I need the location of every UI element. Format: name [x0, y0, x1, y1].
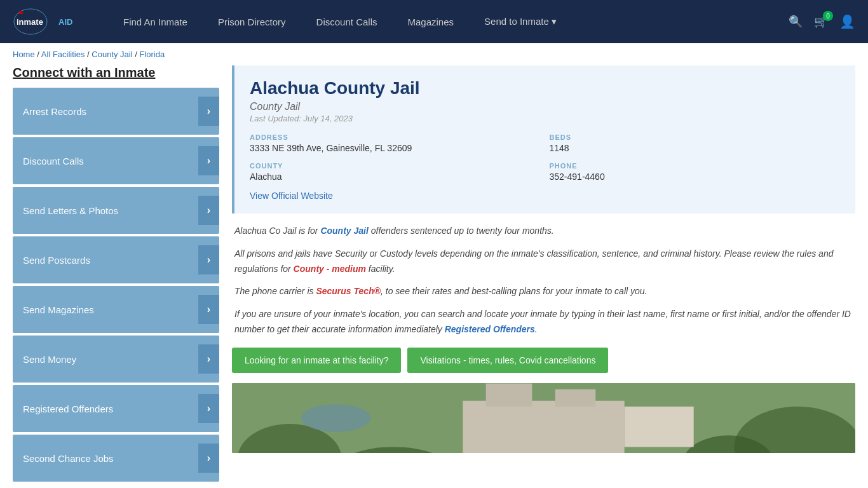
arrow-icon: › [198, 344, 219, 374]
county-medium-link[interactable]: County - medium [294, 264, 366, 274]
sidebar-item-arrest-records[interactable]: Arrest Records › [13, 88, 219, 135]
website-link[interactable]: View Official Website [250, 191, 333, 201]
desc-p3: The phone carrier is Securus Tech®, to s… [234, 284, 853, 299]
facility-type: County Jail [250, 101, 840, 112]
nav-send-to-inmate[interactable]: Send to Inmate ▾ [469, 0, 572, 43]
sidebar-label: Second Chance Jobs [23, 453, 114, 464]
arrow-icon: › [198, 394, 219, 423]
facility-updated: Last Updated: July 14, 2023 [250, 114, 840, 123]
breadcrumb-all-facilities[interactable]: All Facilities [41, 50, 85, 59]
breadcrumb-state[interactable]: Florida [139, 50, 165, 59]
svg-rect-13 [625, 407, 694, 447]
desc-p4: If you are unsure of your inmate's locat… [234, 307, 853, 337]
beds-value: 1148 [550, 143, 841, 153]
nav-discount-calls[interactable]: Discount Calls [301, 0, 393, 43]
description: Alachua Co Jail is for County Jail offen… [232, 224, 855, 337]
sidebar-label: Discount Calls [23, 156, 84, 166]
svg-rect-12 [555, 389, 596, 406]
phone-label: PHONE [550, 162, 841, 170]
sidebar-item-registered-offenders[interactable]: Registered Offenders › [13, 385, 219, 432]
registered-offenders-link[interactable]: Registered Offenders [445, 324, 535, 334]
county-block: COUNTY Alachua [250, 162, 541, 182]
sidebar-item-send-money[interactable]: Send Money › [13, 336, 219, 383]
address-block: ADDRESS 3333 NE 39th Ave, Gainesville, F… [250, 133, 541, 153]
user-icon[interactable]: 👤 [839, 14, 855, 29]
sidebar-label: Send Magazines [23, 304, 94, 315]
desc-p1: Alachua Co Jail is for County Jail offen… [234, 224, 853, 239]
sidebar-item-send-postcards[interactable]: Send Postcards › [13, 236, 219, 283]
cart-badge: 0 [823, 11, 833, 21]
sidebar: Connect with an Inmate Arrest Records › … [13, 65, 219, 488]
sidebar-item-send-magazines[interactable]: Send Magazines › [13, 286, 219, 333]
nav-find-inmate[interactable]: Find An Inmate [108, 0, 203, 43]
breadcrumb: Home / All Facilities / County Jail / Fl… [0, 43, 868, 65]
sidebar-label: Registered Offenders [23, 403, 113, 414]
breadcrumb-home[interactable]: Home [13, 50, 35, 59]
phone-block: PHONE 352-491-4460 [550, 162, 841, 182]
arrow-icon: › [198, 97, 219, 126]
svg-rect-11 [486, 383, 532, 406]
beds-block: BEDS 1148 [550, 133, 841, 153]
main-container: Connect with an Inmate Arrest Records › … [0, 65, 868, 488]
arrow-icon: › [198, 444, 219, 473]
action-buttons: Looking for an inmate at this facility? … [232, 348, 855, 373]
county-value: Alachua [250, 172, 541, 182]
cart-icon[interactable]: 🛒 0 [814, 15, 828, 29]
nav-prison-directory[interactable]: Prison Directory [203, 0, 301, 43]
county-jail-link[interactable]: County Jail [320, 226, 368, 236]
arrow-icon: › [198, 295, 219, 324]
visitations-button[interactable]: Visitations - times, rules, Covid cancel… [407, 348, 608, 373]
county-label: COUNTY [250, 162, 541, 170]
sidebar-label: Arrest Records [23, 106, 86, 117]
nav-magazines[interactable]: Magazines [392, 0, 469, 43]
arrow-icon: › [198, 245, 219, 274]
content-area: Alachua County Jail County Jail Last Upd… [232, 65, 855, 488]
breadcrumb-county-jail[interactable]: County Jail [92, 50, 132, 59]
facility-card: Alachua County Jail County Jail Last Upd… [232, 65, 855, 214]
facility-info-grid: ADDRESS 3333 NE 39th Ave, Gainesville, F… [250, 133, 840, 182]
nav-links: Find An Inmate Prison Directory Discount… [108, 0, 789, 43]
looking-for-inmate-button[interactable]: Looking for an inmate at this facility? [232, 348, 401, 373]
svg-rect-10 [463, 401, 624, 453]
sidebar-item-second-chance-jobs[interactable]: Second Chance Jobs › [13, 435, 219, 482]
facility-name: Alachua County Jail [250, 78, 840, 98]
sidebar-label: Send Money [23, 354, 76, 365]
address-value: 3333 NE 39th Ave, Gainesville, FL 32609 [250, 143, 541, 153]
sidebar-title: Connect with an Inmate [13, 65, 219, 80]
facility-website: View Official Website [250, 191, 840, 201]
svg-text:inmate: inmate [17, 17, 43, 27]
address-label: ADDRESS [250, 133, 541, 141]
phone-value: 352-491-4460 [550, 172, 841, 182]
arrow-icon: › [198, 196, 219, 225]
sidebar-item-send-letters[interactable]: Send Letters & Photos › [13, 187, 219, 234]
sidebar-item-discount-calls[interactable]: Discount Calls › [13, 137, 219, 184]
search-icon[interactable]: 🔍 [789, 15, 803, 29]
securus-link[interactable]: Securus Tech® [316, 286, 381, 296]
svg-point-9 [301, 404, 370, 432]
svg-text:AID: AID [58, 17, 72, 27]
desc-p2: All prisons and jails have Security or C… [234, 247, 853, 277]
sidebar-label: Send Letters & Photos [23, 205, 118, 216]
nav-bar: inmate AID Find An Inmate Prison Directo… [0, 0, 868, 43]
logo[interactable]: inmate AID [13, 8, 95, 36]
arrow-icon: › [198, 146, 219, 175]
facility-photo [232, 383, 855, 453]
beds-label: BEDS [550, 133, 841, 141]
logo-svg: inmate AID [13, 8, 95, 36]
nav-icons: 🔍 🛒 0 👤 [789, 14, 855, 29]
sidebar-label: Send Postcards [23, 255, 90, 266]
facility-photo-svg [232, 383, 855, 453]
